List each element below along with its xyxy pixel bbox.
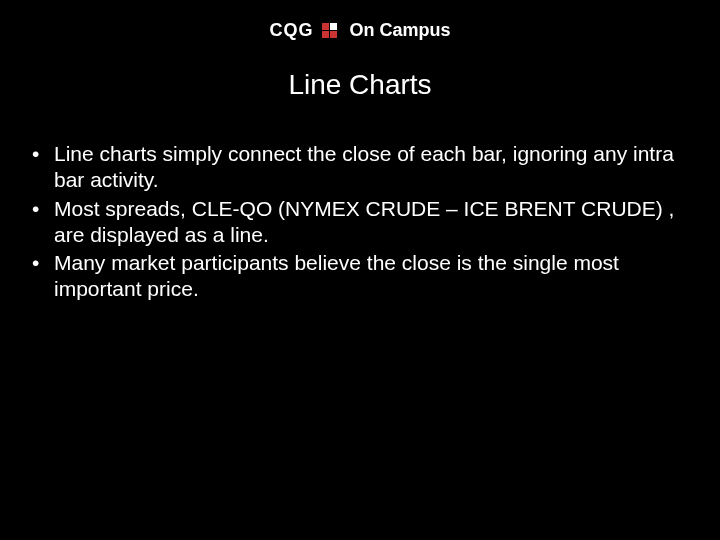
list-item: Many market participants believe the clo…	[28, 250, 680, 303]
logo-program-text: On Campus	[350, 20, 451, 41]
bullet-list: Line charts simply connect the close of …	[28, 141, 680, 303]
slide-header: CQG On Campus	[0, 0, 720, 41]
logo-text: CQG	[269, 20, 313, 41]
logo-squares-icon	[322, 23, 338, 39]
list-item: Most spreads, CLE-QO (NYMEX CRUDE – ICE …	[28, 196, 680, 249]
list-item: Line charts simply connect the close of …	[28, 141, 680, 194]
slide-content: Line charts simply connect the close of …	[0, 141, 720, 303]
slide-title: Line Charts	[0, 69, 720, 101]
